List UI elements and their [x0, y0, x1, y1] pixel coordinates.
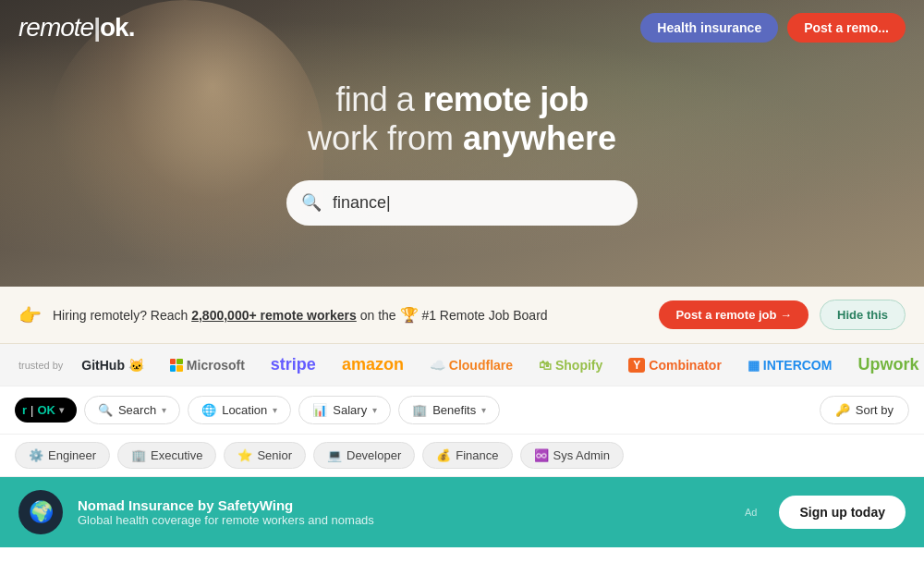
promo-emoji: 👉 [18, 304, 42, 326]
tag-executive[interactable]: 🏢 Executive [117, 442, 216, 469]
amazon-logo: amazon [342, 355, 404, 374]
microsoft-logo: Microsoft [170, 358, 245, 373]
logos-row: GitHub 🐱 Microsoft stripe amazon ☁️ Clou… [81, 355, 918, 374]
navbar: remote|ok. Health insurance Post a remo.… [0, 0, 924, 55]
salary-chevron-icon: ▾ [372, 405, 377, 415]
ycombinator-logo: Y Combinator [628, 358, 722, 373]
hero-line1: find a remote job [286, 80, 638, 119]
finance-icon: 💰 [436, 448, 451, 462]
shopify-logo: 🛍 Shopify [539, 358, 602, 373]
post-remote-button[interactable]: Post a remo... [787, 13, 906, 43]
microsoft-squares [170, 359, 183, 372]
hero-section: remote|ok. Health insurance Post a remo.… [0, 0, 924, 287]
promo-banner: 👉 Hiring remotely? Reach 2,800,000+ remo… [0, 287, 924, 344]
search-icon: 🔍 [301, 192, 322, 213]
banner-text: Nomad Insurance by SafetyWing Global hea… [78, 497, 730, 527]
benefits-chevron-icon: ▾ [481, 405, 486, 415]
ms-sq-2 [176, 359, 183, 365]
tag-sysadmin[interactable]: ♾️ Sys Admin [520, 442, 624, 469]
hide-this-button[interactable]: Hide this [820, 300, 906, 330]
senior-icon: ⭐ [237, 448, 252, 462]
health-insurance-button[interactable]: Health insurance [640, 13, 778, 43]
github-logo: GitHub 🐱 [81, 358, 144, 373]
filters-row: r|OK ▾ 🔍 Search ▾ 🌐 Location ▾ 📊 Salary … [0, 386, 924, 435]
cloudflare-logo: ☁️ Cloudflare [430, 358, 513, 373]
promo-text: Hiring remotely? Reach 2,800,000+ remote… [53, 306, 648, 324]
signup-button[interactable]: Sign up today [779, 496, 906, 529]
benefits-filter-button[interactable]: 🏢 Benefits ▾ [398, 396, 500, 424]
sysadmin-icon: ♾️ [534, 448, 549, 462]
hero-content: find a remote job work from anywhere 🔍 [286, 80, 638, 226]
ms-sq-1 [170, 359, 176, 365]
search-filter-icon: 🔍 [98, 403, 113, 417]
search-wrapper: 🔍 [286, 180, 638, 226]
post-job-button[interactable]: Post a remote job → [659, 300, 808, 329]
ms-sq-3 [170, 365, 176, 372]
trusted-bar: trusted by GitHub 🐱 Microsoft stripe ama… [0, 344, 924, 386]
ms-sq-4 [176, 365, 183, 372]
sort-icon: 🔑 [835, 403, 850, 417]
benefits-icon: 🏢 [412, 403, 427, 417]
intercom-logo: ▦ INTERCOM [748, 358, 833, 373]
salary-icon: 📊 [312, 403, 327, 417]
search-filter-button[interactable]: 🔍 Search ▾ [84, 396, 180, 424]
location-filter-button[interactable]: 🌐 Location ▾ [188, 396, 291, 424]
engineer-icon: ⚙️ [29, 448, 43, 462]
tag-finance[interactable]: 💰 Finance [422, 442, 512, 469]
banner-title: Nomad Insurance by SafetyWing [78, 497, 730, 513]
site-logo: remote|ok. [18, 13, 134, 43]
location-chevron-icon: ▾ [273, 405, 277, 415]
developer-icon: 💻 [327, 448, 342, 462]
hero-line2: work from anywhere [286, 119, 638, 158]
tags-row: ⚙️ Engineer 🏢 Executive ⭐ Senior 💻 Devel… [0, 435, 924, 477]
banner-subtitle: Global health coverage for remote worker… [78, 513, 730, 527]
upwork-logo: Upwork [857, 355, 918, 374]
salary-filter-button[interactable]: 📊 Salary ▾ [298, 396, 391, 424]
location-icon: 🌐 [201, 403, 216, 417]
tag-engineer[interactable]: ⚙️ Engineer [15, 442, 110, 469]
bottom-banner: 🌍 Nomad Insurance by SafetyWing Global h… [0, 477, 924, 547]
sort-by-button[interactable]: 🔑 Sort by [820, 396, 909, 424]
trusted-label: trusted by [18, 360, 63, 371]
nav-buttons: Health insurance Post a remo... [640, 13, 906, 43]
hero-search-input[interactable] [286, 180, 638, 226]
executive-icon: 🏢 [131, 448, 146, 462]
banner-icon: 🌍 [18, 490, 63, 534]
search-chevron-icon: ▾ [162, 405, 166, 415]
logo-pill[interactable]: r|OK ▾ [15, 398, 77, 423]
promo-workers-link[interactable]: 2,800,000+ remote workers [191, 308, 357, 323]
tag-developer[interactable]: 💻 Developer [313, 442, 415, 469]
banner-ad-label: Ad [745, 507, 757, 518]
stripe-logo: stripe [271, 355, 316, 374]
tag-senior[interactable]: ⭐ Senior [224, 442, 306, 469]
